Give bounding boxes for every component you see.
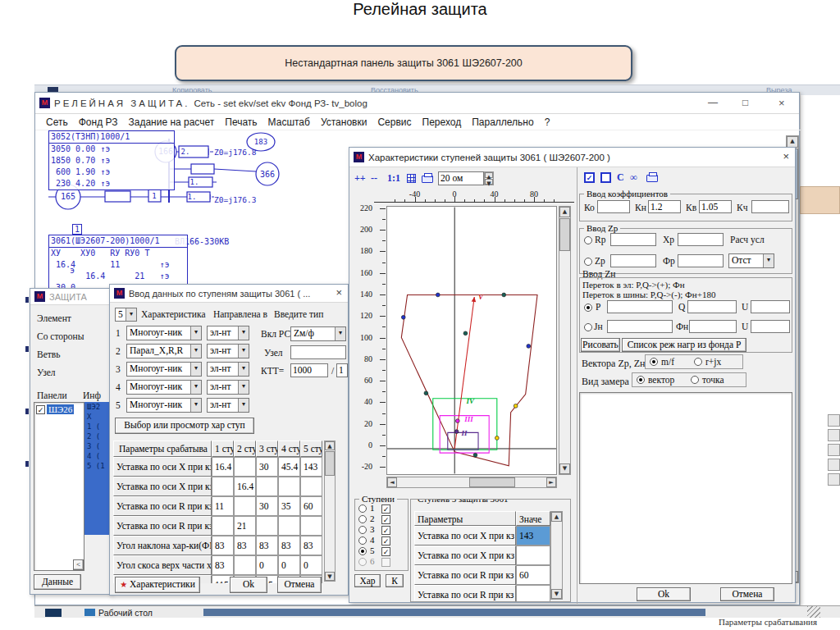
zp-radio[interactable] [584,258,592,266]
vvod-value-cell[interactable]: 83 [300,536,322,555]
rjx-radio[interactable] [694,358,702,366]
vvod-value-cell[interactable]: 16.4 [212,457,234,477]
p-input[interactable] [607,300,673,313]
rp-input[interactable] [610,233,656,246]
plot-v-scrollbar[interactable]: ▲ ▼ [559,206,571,475]
vvod-value-cell[interactable]: 0 [256,555,278,575]
fn-input[interactable] [689,320,737,333]
vvod-value-cell[interactable]: 45.4 [278,457,300,477]
ktt-denominator-input[interactable]: 1 [336,363,348,377]
plot-scroll-right[interactable]: ► [546,477,556,487]
stage-radio-2[interactable] [358,515,367,523]
print-icon-right[interactable] [646,175,658,182]
stage5-value-cell[interactable]: 60 [516,565,550,585]
vvod-value-cell[interactable] [256,477,278,496]
plot-svg[interactable]: VIVIIIII [386,206,557,475]
char-dir-combo-5[interactable]: эл-нт [207,398,249,413]
mf-radio[interactable] [650,358,658,366]
select-char-button[interactable]: Выбор или просмотр хар ступ [115,418,254,434]
menu-item-2[interactable]: Задание на расчет [128,116,214,128]
info-item-4[interactable]: 3 ( [84,441,112,451]
stage5-scroll-down[interactable]: ▼ [551,589,562,599]
vkl-rs-combo[interactable]: Zм/ф [290,326,346,341]
vvod-cancel-button[interactable]: Отмена [277,577,322,593]
char-dir-combo-2[interactable]: эл-нт [207,344,249,358]
vector-radio[interactable] [637,376,645,384]
u2-input[interactable] [751,320,790,333]
vvod-value-cell[interactable]: 83 [212,536,234,555]
vvod-value-cell[interactable]: 83 [256,536,278,555]
vvod-value-cell[interactable]: 30 [256,496,278,516]
info-item-2[interactable]: 1 ( [84,422,112,431]
info-item-0[interactable]: ШЭ2 [84,402,112,412]
vvod-value-cell[interactable]: 60 [300,496,322,516]
char-type-combo-1[interactable]: Многоуг-ник [126,326,202,340]
listbox-scroll-left[interactable]: < [73,559,84,570]
close-button[interactable]: × [778,97,785,109]
char-dir-combo-4[interactable]: эл-нт [207,380,249,395]
vvod-value-cell[interactable] [234,496,256,516]
node-1[interactable]: 1 [152,192,156,200]
branch-2[interactable]: 2. [181,148,190,156]
plot-h-thumb[interactable] [469,477,515,487]
vvod-value-cell[interactable]: 83 [212,555,234,575]
q-input[interactable] [687,300,737,313]
kch-input[interactable] [751,200,789,213]
rp-radio[interactable] [584,236,592,244]
vvod-value-cell[interactable]: 0 [278,555,300,575]
vvod-value-cell[interactable]: 143 [300,457,322,477]
har-button[interactable]: Хар [354,574,381,587]
ktt-numerator-input[interactable]: 1000 [290,363,328,377]
vvod-value-cell[interactable] [256,516,278,536]
stage-check-2[interactable]: ✓ [381,515,390,524]
xp-input[interactable] [678,233,724,246]
vvod-col-header-3[interactable]: 3 сту [256,441,278,457]
branch-1b[interactable]: 1. [188,193,197,201]
plot-h-scrollbar[interactable]: ◄ ► [386,477,557,488]
plot-scroll-down[interactable]: ▼ [559,463,570,474]
u-input[interactable] [751,300,790,313]
info-item-3[interactable]: 2 ( [84,431,112,441]
jn-input[interactable] [607,320,673,333]
char-type-combo-2[interactable]: Парал_X,R,R [126,344,202,358]
char-type-combo-5[interactable]: Многоуг-ник [126,398,202,413]
kn-input[interactable]: 1.2 [648,200,681,213]
stage5-value-cell[interactable] [516,585,550,602]
vvod-table-scrollbar[interactable]: ▲ ▼ [324,441,336,582]
menu-item-5[interactable]: Установки [321,116,367,128]
branch-1a[interactable]: 1. [190,178,199,186]
scroll-up-arrow[interactable]: ▲ [787,136,798,148]
panel-checkbox[interactable]: ✓ [36,405,45,414]
menu-item-4[interactable]: Масштаб [268,116,310,128]
vvod-col-header-5[interactable]: 5 сту [300,441,322,457]
vvod-scroll-up[interactable]: ▲ [325,441,335,450]
char-dir-combo-1[interactable]: эл-нт [207,326,249,340]
data-button[interactable]: Данные [34,574,81,590]
minimize-button[interactable]: — [708,97,718,108]
vvod-col-header-2[interactable]: 2 сту [234,441,256,457]
stage-radio-5[interactable] [358,547,367,555]
tochka-radio[interactable] [691,376,699,384]
vvod-value-cell[interactable]: 0 [300,555,322,575]
vvod-ok-button[interactable]: Ok [230,577,267,593]
node-165[interactable]: 165 [61,192,75,201]
check-off-icon[interactable] [600,172,611,183]
plot-scroll-up[interactable]: ▲ [559,207,570,217]
p-radio[interactable] [584,304,592,312]
menu-item-6[interactable]: Сервис [377,116,411,128]
stage5-scroll-up[interactable]: ▲ [551,512,562,522]
stage-check-5[interactable]: ✓ [381,547,390,556]
menu-item-3[interactable]: Печать [225,116,257,128]
vvod-value-cell[interactable] [278,477,300,496]
fp-input[interactable] [678,254,724,267]
stage-check-4[interactable]: ✓ [381,536,390,546]
vvod-value-cell[interactable] [212,516,234,536]
results-listbox[interactable] [579,392,792,584]
zp-input[interactable] [610,254,656,267]
stage-radio-3[interactable] [358,526,367,534]
plot-scroll-left[interactable]: ◄ [387,477,397,487]
panel-item-selected[interactable]: ШЭ26 [47,404,74,414]
draw-button[interactable]: Рисовать [581,338,620,352]
ko-input[interactable] [597,200,630,213]
jn-radio[interactable] [584,323,592,331]
